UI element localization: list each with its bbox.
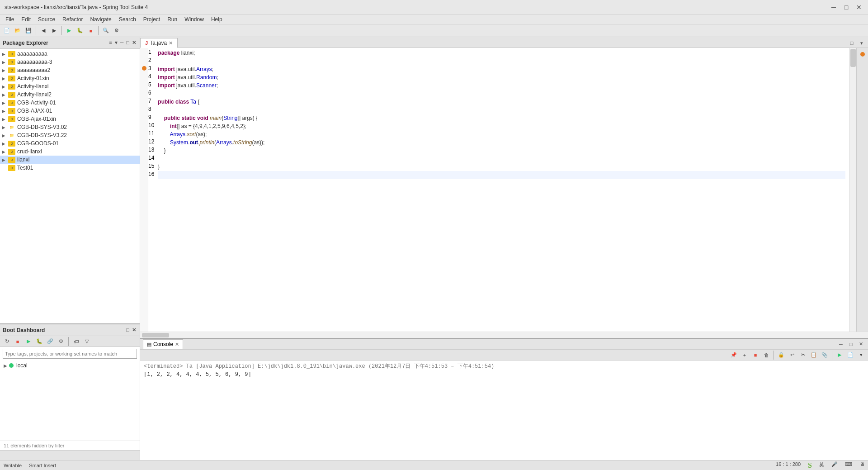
menu-project[interactable]: Project (140, 15, 164, 24)
tree-arrow-icon[interactable]: ▶ (2, 52, 8, 57)
tree-arrow-icon[interactable]: ▶ (2, 141, 8, 146)
console-maximize-icon[interactable]: □ (846, 340, 855, 349)
tree-item-cgb-db-sys-v3-22[interactable]: ▶📁CGB-DB-SYS-V3.22 (0, 131, 140, 139)
boot-refresh-button[interactable]: ↻ (2, 337, 12, 347)
pkg-close-icon[interactable]: ✕ (131, 39, 137, 46)
boot-close-icon[interactable]: ✕ (131, 327, 137, 333)
vscrollbar-thumb[interactable] (850, 49, 856, 67)
console-paste-button[interactable]: 📎 (820, 350, 830, 360)
console-pin-button[interactable]: 📌 (729, 350, 739, 360)
tb-stop-button[interactable]: ■ (86, 26, 96, 36)
boot-collapse-button[interactable]: ▽ (82, 337, 92, 347)
console-tab[interactable]: ▤ Console ✕ (143, 339, 183, 349)
console-tab-close-icon[interactable]: ✕ (175, 342, 179, 347)
menu-search[interactable]: Search (115, 15, 140, 24)
status-keyboard-icon[interactable]: ⌨ (845, 461, 852, 470)
tree-arrow-icon[interactable]: ▶ (2, 60, 8, 65)
tree-item-activity-lianxi[interactable]: ▶JActivity-lianxi (0, 82, 140, 90)
menu-refactor[interactable]: Refactor (59, 15, 86, 24)
boot-stop-button[interactable]: ■ (13, 337, 23, 347)
console-run-button[interactable]: ▶ (835, 350, 844, 360)
menu-run[interactable]: Run (164, 15, 181, 24)
console-open-file-button[interactable]: 📄 (845, 350, 855, 360)
tree-arrow-icon[interactable]: ▶ (2, 149, 8, 154)
boot-search-input[interactable] (3, 349, 137, 359)
boot-run-button[interactable]: ▶ (24, 337, 33, 347)
tree-arrow-icon[interactable]: ▶ (2, 133, 8, 138)
tree-item-cgb-goods-01[interactable]: ▶JCGB-GOODS-01 (0, 139, 140, 147)
tb-next-button[interactable]: ▶ (49, 26, 59, 36)
console-cut-button[interactable]: ✂ (798, 350, 808, 360)
tree-item-activity-01xin[interactable]: ▶JActivity-01xin (0, 74, 140, 82)
tree-item-crud-lianxi[interactable]: ▶Jcrud-lianxi (0, 147, 140, 156)
boot-minimize-icon[interactable]: ─ (119, 327, 125, 333)
tree-arrow-icon[interactable]: ▶ (2, 125, 8, 130)
tb-debug-button[interactable]: 🐛 (75, 26, 85, 36)
tree-item-cgb-ajax-01[interactable]: ▶JCGB-AJAX-01 (0, 107, 140, 115)
menu-edit[interactable]: Edit (18, 15, 34, 24)
menu-source[interactable]: Source (34, 15, 59, 24)
menu-help[interactable]: Help (208, 15, 226, 24)
editor-hscrollbar[interactable] (140, 332, 868, 338)
tb-settings-button[interactable]: ⚙ (112, 26, 122, 36)
tb-new-button[interactable]: 📄 (2, 26, 12, 36)
tb-save-button[interactable]: 💾 (24, 26, 33, 36)
boot-maximize-icon[interactable]: □ (125, 327, 130, 333)
tree-arrow-icon[interactable]: ▶ (2, 100, 8, 105)
console-close-icon[interactable]: ✕ (856, 340, 865, 349)
editor-expand-icon[interactable]: □ (847, 38, 856, 47)
status-mic-icon[interactable]: 🎤 (831, 461, 838, 470)
menu-window[interactable]: Window (181, 15, 208, 24)
tb-search-button[interactable]: 🔍 (101, 26, 111, 36)
hscrollbar-thumb[interactable] (142, 333, 169, 337)
pkg-collapse-icon[interactable]: ≡ (108, 39, 113, 46)
tree-item-cgb-db-sys-v3-02[interactable]: ▶📁CGB-DB-SYS-V3.02 (0, 123, 140, 131)
tree-arrow-icon[interactable]: ▶ (2, 76, 8, 81)
maximize-button[interactable]: □ (842, 4, 851, 11)
editor-vscrollbar[interactable] (849, 48, 856, 332)
console-scroll-lock-button[interactable]: 🔒 (776, 350, 786, 360)
tree-item-activity-lianxi2[interactable]: ▶JActivity-lianxi2 (0, 90, 140, 99)
tree-item-test01[interactable]: JTest01 (0, 164, 140, 172)
console-stop-button[interactable]: ■ (750, 350, 760, 360)
tree-arrow-icon[interactable]: ▶ (2, 157, 8, 162)
tree-arrow-icon[interactable]: ▶ (2, 109, 8, 114)
tb-open-button[interactable]: 📂 (13, 26, 23, 36)
tb-run-button[interactable]: ▶ (64, 26, 74, 36)
boot-debug-button[interactable]: 🐛 (34, 337, 44, 347)
pkg-minimize-icon[interactable]: ─ (119, 39, 125, 46)
menu-navigate[interactable]: Navigate (86, 15, 115, 24)
close-button[interactable]: ✕ (854, 4, 863, 11)
console-view-menu-button[interactable]: ▾ (856, 350, 866, 360)
tree-arrow-icon[interactable]: ▶ (2, 92, 8, 97)
tree-item-cgb-activity-01[interactable]: ▶JCGB-Activity-01 (0, 99, 140, 107)
tree-item-aaaaaaaaaa2[interactable]: ▶Jaaaaaaaaaa2 (0, 66, 140, 74)
editor-tab-ta-java[interactable]: J Ta.java ✕ (140, 38, 178, 48)
boot-open-button[interactable]: 🔗 (45, 337, 55, 347)
editor-tab-close-icon[interactable]: ✕ (169, 40, 173, 46)
tree-item-aaaaaaaaaa-3[interactable]: ▶Jaaaaaaaaaa-3 (0, 58, 140, 66)
tree-arrow-icon[interactable]: ▶ (2, 68, 8, 73)
tree-item-aaaaaaaaaa[interactable]: ▶Jaaaaaaaaaa (0, 50, 140, 58)
console-copy-button[interactable]: 📋 (809, 350, 819, 360)
boot-settings-button[interactable]: ⚙ (56, 337, 66, 347)
console-word-wrap-button[interactable]: ↩ (787, 350, 797, 360)
tb-prev-button[interactable]: ◀ (38, 26, 48, 36)
editor-view-menu-icon[interactable]: ▾ (857, 38, 866, 47)
pkg-menu-icon[interactable]: ▾ (114, 39, 118, 46)
tree-item-cgb-ajax-01xin[interactable]: ▶JCGB-Ajax-01xin (0, 115, 140, 123)
menu-file[interactable]: File (2, 15, 18, 24)
code-content[interactable]: package lianxi; import java.util.Arrays;… (154, 48, 849, 332)
minimize-button[interactable]: ─ (829, 4, 838, 11)
tree-arrow-icon[interactable]: ▶ (2, 84, 8, 89)
status-monitor-icon[interactable]: 🖥 (859, 461, 864, 470)
console-clear-button[interactable]: 🗑 (761, 350, 771, 360)
boot-local-arrow[interactable]: ▶ (4, 363, 7, 368)
tree-arrow-icon[interactable]: ▶ (2, 117, 8, 122)
pkg-maximize-icon[interactable]: □ (125, 39, 130, 46)
tree-item-lianxi[interactable]: ▶Jlianxi (0, 156, 140, 164)
boot-local-item[interactable]: ▶ local (2, 361, 138, 370)
boot-tags-button[interactable]: 🏷 (71, 337, 81, 347)
console-minimize-icon[interactable]: ─ (836, 340, 845, 349)
console-new-button[interactable]: + (740, 350, 750, 360)
